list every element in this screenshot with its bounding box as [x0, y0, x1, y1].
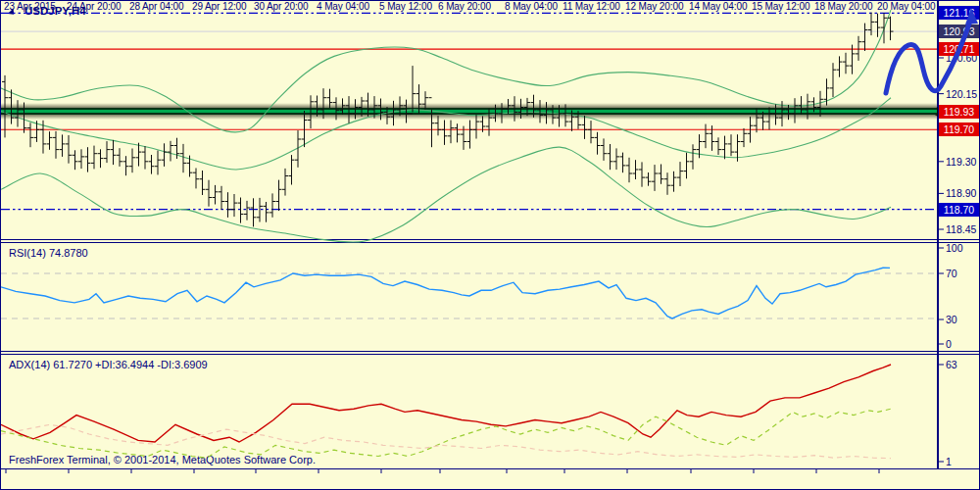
rsi-axis-label: 0 [946, 338, 952, 350]
time-axis-label: 15 May 12:00 [752, 1, 809, 12]
time-axis-label: 29 Apr 12:00 [192, 1, 247, 12]
rsi-axis-label: 100 [946, 242, 963, 254]
adx-series-adx [1, 365, 891, 442]
time-axis-label: 28 Apr 04:00 [129, 1, 184, 12]
price-tick-label: 120.15 [946, 88, 977, 100]
support-band-glow [1, 103, 937, 120]
time-axis-label: 6 May 20:00 [438, 1, 491, 12]
time-axis-label: 4 May 04:00 [317, 1, 369, 12]
time-axis-label: 14 May 04:00 [689, 1, 747, 12]
panel-separator-rsi-adx[interactable] [1, 351, 980, 355]
price-badge-119-70: 119.70 [939, 122, 979, 136]
time-axis-label: 20 May 04:00 [877, 1, 935, 12]
price-axis-border [937, 1, 939, 469]
price-badge-119-93: 119.93 [939, 105, 979, 119]
rsi-line [1, 268, 890, 318]
time-axis-label: 8 May 04:00 [505, 1, 558, 12]
price-badge-pointer-icon [930, 107, 938, 117]
terminal-copyright: FreshForex Terminal, © 2001-2014, MetaQu… [9, 454, 316, 466]
adx-axis-label: 63 [946, 359, 957, 370]
rsi-axis-label: 70 [946, 268, 957, 279]
price-badge-118-70: 118.70 [939, 203, 979, 217]
time-axis-label: 24 Apr 20:00 [67, 1, 122, 12]
ohlc-bars[interactable] [2, 13, 894, 227]
price-badge-121-16: 121.16 [939, 6, 979, 20]
time-axis-label: 18 May 20:00 [814, 1, 872, 12]
adx-indicator-label: ADX(14) 61.7270 +DI:36.4944 -DI:3.6909 [9, 359, 208, 371]
price-tick-label: 119.30 [946, 156, 976, 168]
time-axis-label: 12 May 20:00 [625, 1, 683, 12]
time-axis-label: 11 May 12:00 [563, 1, 620, 12]
adx-axis-label: 1 [946, 456, 952, 467]
time-axis-label: 5 May 12:00 [379, 1, 432, 12]
bollinger-upper-band [1, 10, 891, 132]
chart-canvas[interactable] [1, 1, 980, 490]
price-tick-label: 118.45 [946, 223, 976, 235]
adx-series-di [1, 409, 891, 458]
rsi-indicator-label: RSI(14) 74.8780 [9, 247, 88, 260]
panel-separator-main-rsi[interactable] [1, 239, 980, 243]
rsi-axis-label: 30 [946, 314, 957, 325]
bollinger-middle-band [1, 98, 891, 170]
time-axis-label: 30 Apr 20:00 [254, 1, 309, 12]
time-axis-label: 23 Apr 2015 [4, 1, 56, 12]
time-axis-border [1, 468, 980, 469]
price-tick-label: 118.90 [946, 187, 976, 199]
bollinger-lower-band [1, 147, 891, 242]
chart-window: USDJPY,H4 RSI(14) 74.8780 ADX(14) 61.727… [0, 0, 980, 490]
price-badge-120-71: 120.71 [939, 42, 979, 56]
price-badge-120-93: 120.93 [939, 24, 979, 38]
